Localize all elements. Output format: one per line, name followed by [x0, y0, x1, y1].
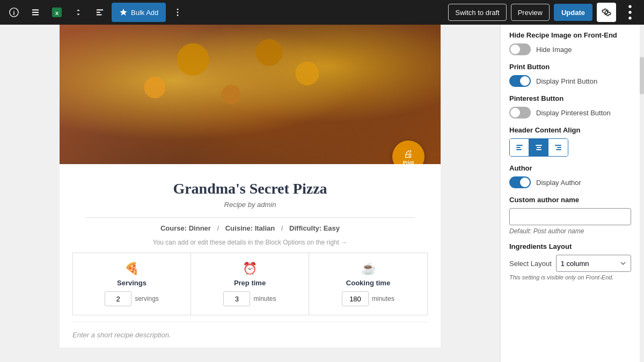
- more-options-button[interactable]: [168, 3, 187, 22]
- print-button-toggle[interactable]: [509, 75, 531, 87]
- svg-point-15: [628, 17, 631, 19]
- svg-rect-18: [516, 149, 522, 150]
- hide-image-section-label: Hide Recipe Image on Front-End: [509, 31, 631, 39]
- svg-rect-21: [536, 149, 541, 150]
- prep-input-row: minutes: [223, 291, 276, 306]
- recipe-description-placeholder[interactable]: Enter a short recipe description.: [72, 322, 428, 339]
- layout-select-row: Select Layout 1 column 2 columns 3 colum…: [509, 255, 631, 272]
- cooking-unit: minutes: [372, 295, 394, 302]
- author-section-label: Author: [509, 164, 631, 172]
- update-button[interactable]: Update: [554, 4, 592, 21]
- layout-select[interactable]: 1 column 2 columns 3 columns: [556, 255, 631, 272]
- pizza-toppings: [60, 25, 441, 164]
- recipe-title: Grandma's Secret Pizza: [72, 180, 428, 197]
- recipe-content: Grandma's Secret Pizza Recipe by admin C…: [60, 164, 441, 348]
- main-layout: 🖨 Print Grandma's Secret Pizza Recipe by…: [0, 25, 644, 362]
- svg-rect-17: [516, 147, 521, 148]
- prep-unit: minutes: [253, 295, 276, 302]
- prep-time-cell: ⏰ Prep time minutes: [191, 253, 309, 315]
- visible-note: This setting is visible only on Front-En…: [509, 274, 631, 280]
- svg-rect-20: [537, 147, 541, 148]
- toolbar: i X Bulk Add Switch to draft Preview Upd…: [0, 0, 644, 25]
- info-button[interactable]: i: [4, 3, 24, 22]
- difficulty-value: Easy: [324, 224, 340, 232]
- sidebar-scrollbar-thumb: [640, 57, 644, 94]
- recipe-by: Recipe by admin: [72, 201, 428, 209]
- svg-text:i: i: [13, 10, 15, 16]
- bulk-add-button[interactable]: Bulk Add: [112, 3, 166, 22]
- display-print-label: Display Print Button: [536, 77, 597, 85]
- svg-rect-19: [536, 145, 542, 146]
- switch-draft-button[interactable]: Switch to draft: [448, 4, 506, 21]
- course-value: Dinner: [189, 224, 211, 232]
- align-center-button[interactable]: [529, 139, 548, 156]
- settings-button[interactable]: [597, 3, 616, 22]
- servings-input-row: servings: [105, 291, 159, 306]
- author-toggle[interactable]: [509, 176, 531, 188]
- svg-point-12: [177, 14, 179, 16]
- pinterest-section-label: Pinterest Button: [509, 94, 631, 102]
- recipe-image: 🖨 Print: [60, 25, 441, 164]
- editor-inner: 🖨 Print Grandma's Secret Pizza Recipe by…: [60, 25, 441, 348]
- hide-image-label: Hide Image: [536, 46, 572, 54]
- pinterest-knob: [510, 108, 520, 117]
- print-button-knob: [520, 76, 530, 86]
- ingredients-section-label: Ingredients Layout: [509, 242, 631, 250]
- cooking-label: Cooking time: [346, 279, 390, 287]
- svg-rect-22: [555, 145, 561, 146]
- svg-rect-3: [32, 12, 39, 13]
- svg-text:X: X: [55, 10, 59, 16]
- layout-select-label: Select Layout: [509, 260, 552, 268]
- servings-unit: servings: [135, 295, 159, 302]
- up-down-button[interactable]: [69, 3, 88, 22]
- header-align-section-label: Header Content Align: [509, 126, 631, 134]
- svg-point-14: [628, 11, 631, 13]
- display-author-label: Display Author: [536, 179, 581, 187]
- toolbar-right: Switch to draft Preview Update: [448, 3, 640, 22]
- difficulty-label: Difficulty:: [289, 224, 321, 232]
- recipe-meta: Course: Dinner / Cuisine: Italian / Diff…: [72, 218, 428, 239]
- hide-image-knob: [510, 45, 520, 54]
- author-toggle-row: Display Author: [509, 176, 631, 188]
- excel-button[interactable]: X: [47, 3, 67, 22]
- kebab-menu-button[interactable]: [620, 3, 640, 22]
- preview-button[interactable]: Preview: [511, 4, 550, 21]
- svg-rect-2: [32, 10, 39, 11]
- hide-image-toggle-row: Hide Image: [509, 43, 631, 55]
- prep-time-input[interactable]: [223, 291, 250, 306]
- custom-author-section-label: Custom author name: [509, 196, 631, 204]
- recipe-hint: You can add or edit these details in the…: [72, 239, 428, 246]
- author-knob: [520, 178, 530, 187]
- svg-rect-16: [516, 145, 523, 146]
- sidebar-scrollbar[interactable]: [640, 25, 644, 362]
- align-left-button[interactable]: [510, 139, 529, 156]
- prep-icon: ⏰: [243, 262, 257, 276]
- svg-rect-23: [557, 147, 561, 148]
- svg-rect-24: [556, 149, 561, 150]
- cooking-input-row: minutes: [342, 291, 394, 306]
- svg-point-11: [177, 12, 179, 13]
- sidebar-content: Hide Recipe Image on Front-End Hide Imag…: [501, 25, 640, 287]
- sidebar: Hide Recipe Image on Front-End Hide Imag…: [500, 25, 640, 362]
- pinterest-toggle[interactable]: [509, 107, 531, 119]
- custom-author-input[interactable]: [509, 208, 631, 225]
- editor-area: 🖨 Print Grandma's Secret Pizza Recipe by…: [0, 25, 500, 362]
- stats-grid: 🍕 Servings servings ⏰ Prep time minutes: [72, 253, 428, 315]
- svg-rect-7: [97, 10, 104, 11]
- print-icon: 🖨: [404, 149, 413, 160]
- print-button-toggle-row: Display Print Button: [509, 75, 631, 87]
- cooking-time-input[interactable]: [342, 291, 369, 306]
- print-button-section-label: Print Button: [509, 63, 631, 71]
- svg-rect-4: [32, 14, 39, 16]
- display-pinterest-label: Display Pinterest Button: [536, 109, 611, 117]
- hide-image-toggle[interactable]: [509, 43, 531, 55]
- toolbar-left: i X Bulk Add: [4, 3, 446, 22]
- cuisine-value: Italian: [255, 224, 275, 232]
- align-right-button[interactable]: [548, 139, 568, 156]
- pinterest-toggle-row: Display Pinterest Button: [509, 107, 631, 119]
- servings-input[interactable]: [105, 291, 131, 306]
- transform-button[interactable]: [90, 3, 109, 22]
- cooking-time-cell: ☕ Cooking time minutes: [309, 253, 427, 315]
- list-button[interactable]: [26, 3, 45, 22]
- svg-rect-9: [97, 14, 102, 16]
